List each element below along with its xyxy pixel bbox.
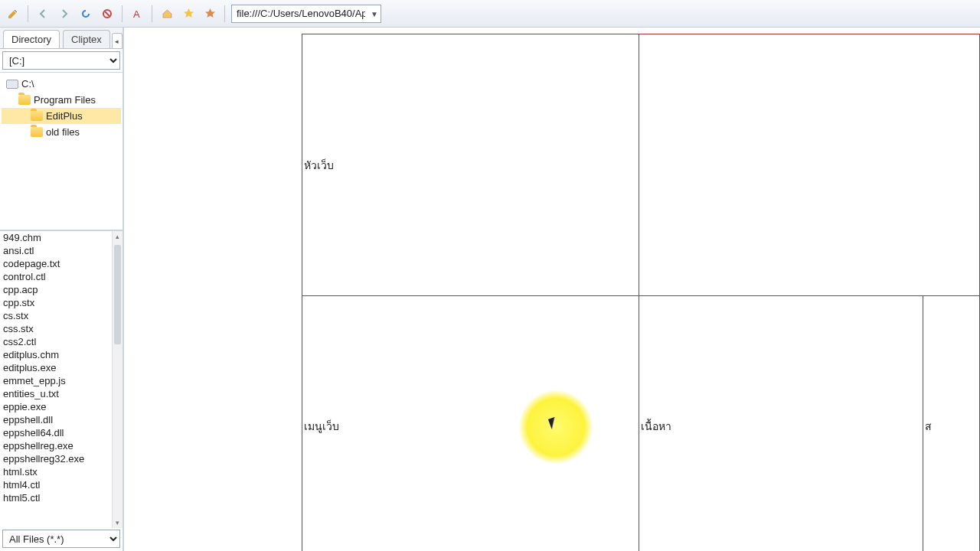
- file-item[interactable]: css.stx: [0, 322, 112, 335]
- file-item[interactable]: html4.ctl: [0, 478, 112, 491]
- address-bar[interactable]: [231, 5, 381, 23]
- scrollbar[interactable]: ▴ ▾: [112, 231, 122, 528]
- tree-item[interactable]: EditPlus: [2, 108, 121, 124]
- separator: [122, 5, 122, 22]
- home-icon[interactable]: [158, 5, 175, 22]
- preview-pane: หัวเว็บ เมนูเว็บ เนื้อหา ส: [124, 28, 980, 551]
- folder-icon: [31, 111, 43, 121]
- directory-tree[interactable]: C:\Program FilesEditPlusold files: [0, 72, 122, 230]
- scroll-thumb[interactable]: [114, 245, 121, 344]
- tree-item[interactable]: Program Files: [2, 92, 121, 108]
- address-bar-wrap: ▼: [231, 5, 381, 23]
- tree-item-label: Program Files: [34, 94, 96, 106]
- tab-cliptext[interactable]: Cliptex: [63, 30, 110, 48]
- tab-scroll-left-icon[interactable]: ◂: [112, 33, 122, 48]
- font-icon[interactable]: A: [129, 5, 145, 22]
- refresh-icon[interactable]: [77, 5, 94, 22]
- file-item[interactable]: codepage.txt: [0, 257, 112, 270]
- separator: [152, 5, 152, 22]
- file-item[interactable]: cs.stx: [0, 309, 112, 322]
- separator: [28, 5, 28, 22]
- cell-body: เนื้อหา: [639, 296, 923, 552]
- tree-item-label: C:\: [21, 78, 34, 90]
- main-area: Directory Cliptex ◂ [C:] C:\Program File…: [0, 28, 980, 551]
- file-item[interactable]: cpp.stx: [0, 296, 112, 309]
- separator: [224, 5, 225, 22]
- tab-directory[interactable]: Directory: [3, 30, 60, 48]
- cell-more: ส: [923, 296, 979, 552]
- cell-menu: เมนูเว็บ: [302, 296, 639, 552]
- file-item[interactable]: ansi.ctl: [0, 244, 112, 257]
- stop-icon[interactable]: [99, 5, 116, 22]
- file-item[interactable]: html5.ctl: [0, 491, 112, 504]
- scroll-down-icon[interactable]: ▾: [113, 517, 122, 528]
- svg-text:A: A: [133, 8, 140, 19]
- file-item[interactable]: cpp.acp: [0, 283, 112, 296]
- favorite-add-icon[interactable]: [201, 5, 218, 22]
- drive-icon: [6, 80, 18, 89]
- file-item[interactable]: html.stx: [0, 465, 112, 478]
- file-item[interactable]: 949.chm: [0, 231, 112, 244]
- scroll-up-icon[interactable]: ▴: [113, 231, 122, 242]
- drive-select[interactable]: [C:]: [2, 51, 120, 70]
- file-item[interactable]: emmet_epp.js: [0, 374, 112, 387]
- sidebar-tabs: Directory Cliptex ◂: [0, 28, 122, 49]
- file-item[interactable]: entities_u.txt: [0, 387, 112, 400]
- file-item[interactable]: eppie.exe: [0, 400, 112, 413]
- file-item[interactable]: eppshellreg.exe: [0, 439, 112, 452]
- back-icon[interactable]: [34, 5, 51, 22]
- file-item[interactable]: css2.ctl: [0, 335, 112, 348]
- tree-item-label: old files: [46, 126, 80, 138]
- preview-table: หัวเว็บ เมนูเว็บ เนื้อหา ส: [302, 34, 980, 551]
- folder-icon: [31, 127, 43, 137]
- file-item[interactable]: editplus.chm: [0, 348, 112, 361]
- folder-icon: [18, 95, 31, 105]
- file-list[interactable]: 949.chmansi.ctlcodepage.txtcontrol.ctlcp…: [0, 230, 122, 528]
- tree-item[interactable]: old files: [2, 124, 121, 140]
- tree-item[interactable]: C:\: [2, 76, 121, 92]
- file-item[interactable]: eppshellreg32.exe: [0, 452, 112, 465]
- edit-icon[interactable]: [5, 5, 21, 22]
- sidebar: Directory Cliptex ◂ [C:] C:\Program File…: [0, 28, 124, 551]
- tree-item-label: EditPlus: [46, 110, 83, 122]
- cell-header-right: [639, 34, 980, 296]
- file-item[interactable]: eppshell.dll: [0, 413, 112, 426]
- file-item[interactable]: editplus.exe: [0, 361, 112, 374]
- forward-icon[interactable]: [56, 5, 73, 22]
- main-toolbar: A ▼: [0, 0, 980, 28]
- favorites-icon[interactable]: [180, 5, 197, 22]
- file-filter-select[interactable]: All Files (*.*): [2, 530, 120, 548]
- file-item[interactable]: control.ctl: [0, 270, 112, 283]
- cell-header: หัวเว็บ: [302, 34, 639, 296]
- file-item[interactable]: eppshell64.dll: [0, 426, 112, 439]
